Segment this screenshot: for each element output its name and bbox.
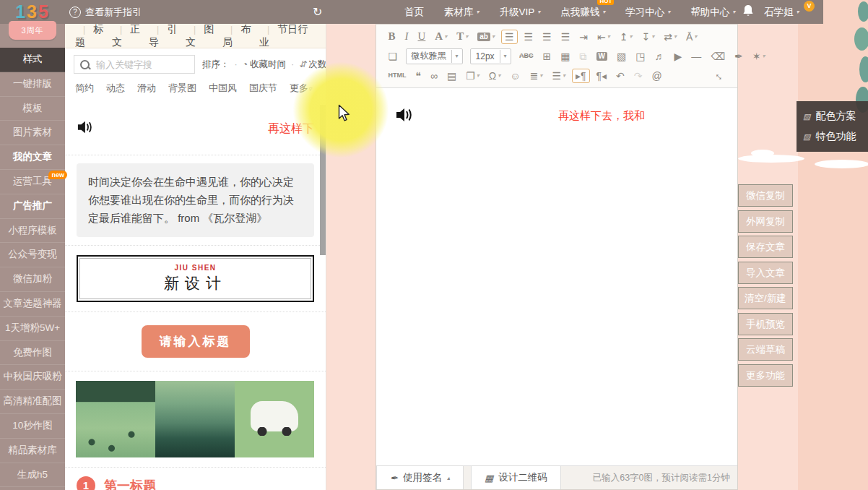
align-justify-icon[interactable]: ☰ xyxy=(558,30,573,43)
sidebar-item[interactable]: 精品素材库 xyxy=(0,439,65,463)
sidebar-item[interactable]: 微信加粉 xyxy=(0,267,65,292)
app-logo[interactable]: 135 3周年 xyxy=(0,1,65,40)
emoticon-icon[interactable]: ☺ xyxy=(507,69,523,82)
styles-tab[interactable]: 标题 xyxy=(75,24,112,49)
search-box[interactable] xyxy=(74,55,195,74)
highlight-color-icon[interactable]: ab▾ xyxy=(474,31,498,43)
screenshot-icon[interactable]: ◳ xyxy=(633,50,648,63)
sidebar-item[interactable]: 广告推广 xyxy=(0,194,65,219)
align-center-icon[interactable]: ☰ xyxy=(521,30,537,43)
strikethrough-icon[interactable]: ABC xyxy=(516,51,537,61)
media-grid-icon[interactable]: ▦ xyxy=(557,50,573,63)
filter-tag[interactable]: 背景图 xyxy=(168,82,196,95)
action-button[interactable]: 手机预览 xyxy=(738,313,793,335)
search-input[interactable] xyxy=(95,59,188,71)
paragraph-forward-icon[interactable]: ▸¶ xyxy=(572,69,590,83)
sidebar-item[interactable]: 1天增粉5W+ xyxy=(0,317,65,341)
refresh-icon[interactable]: ↻ xyxy=(313,5,322,19)
nav-item[interactable]: 首页 xyxy=(404,6,424,19)
new-document-icon[interactable]: ❏ xyxy=(386,50,401,63)
more-filters[interactable]: 更多▿ xyxy=(290,82,312,95)
nav-item[interactable]: 帮助中心 ▾ xyxy=(690,6,735,19)
sort-option[interactable]: ⇵ 次数 xyxy=(291,59,326,71)
page-border-icon[interactable]: ❐▾ xyxy=(463,69,482,82)
sidebar-item[interactable]: 高清精准配图 xyxy=(0,390,65,414)
action-button[interactable]: 云端草稿 xyxy=(738,338,793,361)
sort-option[interactable]: ◔ 收藏时间 xyxy=(235,59,286,71)
quote-style-text[interactable]: 时间决定你会在生命中遇见谁，你的心决定你想要谁出现在你的生命里，而你的行为决定最… xyxy=(77,163,314,237)
forest-illustration-image[interactable] xyxy=(76,381,155,457)
nav-item[interactable]: 素材库 ▾ xyxy=(444,6,479,19)
paragraph-spacing-icon[interactable]: ↥▾ xyxy=(617,30,635,43)
ordered-list-icon[interactable]: ≣▾ xyxy=(527,69,546,82)
style-item-numbered-heading[interactable]: 1 第一标题 xyxy=(65,468,326,490)
sidebar-item[interactable]: 运营工具 new xyxy=(0,170,65,194)
filter-tag[interactable]: 滑动 xyxy=(137,82,156,95)
signature-tab[interactable]: ✒ 使用签名 ▴ xyxy=(376,466,464,489)
word-import-icon[interactable]: W xyxy=(594,51,610,62)
magic-wand-icon[interactable]: ✶▾ xyxy=(750,50,768,63)
horizontal-rule-icon[interactable]: — xyxy=(688,50,704,63)
corner-menu-item[interactable]: ▨ 配色方案 xyxy=(797,106,868,126)
action-button[interactable]: 导入文章 xyxy=(738,262,793,284)
special-char-icon[interactable]: Ω▾ xyxy=(486,69,503,82)
filter-tag[interactable]: 简约 xyxy=(75,82,94,95)
editor-content[interactable]: 再这样下去，我和 xyxy=(376,88,737,405)
panel-scrollbar-thumb[interactable] xyxy=(320,105,326,255)
paragraph-backward-icon[interactable]: ¶◂ xyxy=(594,69,610,82)
qrcode-tab[interactable]: ▦ 设计二维码 xyxy=(471,466,561,489)
beginner-guide-link[interactable]: ? 查看新手指引 xyxy=(69,6,142,19)
mention-icon[interactable]: @ xyxy=(649,69,665,82)
html-source-icon[interactable]: HTML xyxy=(386,71,409,80)
sidebar-item[interactable]: 公众号变现 xyxy=(0,243,65,267)
outdent-icon[interactable]: ⇤▾ xyxy=(594,30,613,43)
text-template-icon[interactable]: ▤ xyxy=(444,69,459,82)
action-button[interactable]: 清空/新建 xyxy=(738,287,793,309)
font-family-select[interactable]: 微软雅黑 ▾ xyxy=(406,48,463,64)
van-illustration-image[interactable] xyxy=(235,381,314,457)
table-icon[interactable]: ⊞ xyxy=(540,50,555,63)
sidebar-item[interactable]: 文章选题神器 xyxy=(0,292,65,317)
sidebar-item[interactable]: 生成h5 xyxy=(0,463,65,488)
font-size-select[interactable]: 12px ▾ xyxy=(470,48,511,64)
undo-icon[interactable]: ↶ xyxy=(613,69,628,82)
font-color-icon[interactable]: A▾ xyxy=(432,30,450,43)
redo-icon[interactable]: ↷ xyxy=(631,69,646,82)
indent-icon[interactable]: ⇥ xyxy=(576,30,591,43)
sidebar-item[interactable]: 免费作图 xyxy=(0,341,65,366)
nav-item[interactable]: 升级VIP ▾ xyxy=(500,6,541,19)
sidebar-item[interactable]: 中秋国庆吸粉 xyxy=(0,365,65,390)
filter-tag[interactable]: 中国风 xyxy=(209,82,237,95)
user-menu[interactable]: 石学姐 ▾ xyxy=(764,0,799,24)
styles-tab[interactable]: 正文 xyxy=(112,24,149,49)
video-icon[interactable]: ▶ xyxy=(671,50,685,63)
filter-tag[interactable]: 国庆节 xyxy=(249,82,277,95)
text-orientation-icon[interactable]: Ā▾ xyxy=(683,30,700,43)
sidebar-item[interactable]: 模板 xyxy=(0,97,65,121)
notification-bell-icon[interactable] xyxy=(742,4,754,20)
styles-tab[interactable]: 节日行业 xyxy=(259,24,316,49)
eraser-icon[interactable]: ⌫ xyxy=(708,50,728,63)
sidebar-item[interactable]: 我的文章 xyxy=(0,145,65,170)
nav-item[interactable]: HOT 点我赚钱 ▾ xyxy=(560,6,605,19)
fullscreen-icon[interactable]: ↔ xyxy=(712,69,729,82)
align-right-icon[interactable]: ☰ xyxy=(539,30,555,43)
styles-tab[interactable]: 图文 xyxy=(186,24,222,49)
nav-item[interactable]: 学习中心 ▾ xyxy=(625,6,670,19)
design-style-box[interactable]: JIU SHEN 新设计 xyxy=(77,255,314,302)
filter-tag[interactable]: 动态 xyxy=(106,82,125,95)
image-icon[interactable]: ▧ xyxy=(614,50,629,63)
italic-icon[interactable]: I xyxy=(402,30,412,43)
sidebar-item[interactable]: 10秒作图 xyxy=(0,414,65,439)
action-button[interactable]: 更多功能 xyxy=(738,364,793,387)
blockquote-icon[interactable]: ❝ xyxy=(413,69,425,82)
styles-tab[interactable]: 引导 xyxy=(149,24,186,49)
sidebar-item[interactable]: 图片素材 xyxy=(0,121,65,145)
underline-icon[interactable]: U xyxy=(415,30,429,43)
sidebar-item[interactable]: 小程序模板 xyxy=(0,219,65,244)
unordered-list-icon[interactable]: ☰▾ xyxy=(549,69,568,82)
sidebar-item[interactable]: 一键排版 xyxy=(0,72,65,97)
styles-tab[interactable]: 布局 xyxy=(222,24,259,49)
action-button[interactable]: 外网复制 xyxy=(738,210,793,233)
action-button[interactable]: 保存文章 xyxy=(738,236,793,258)
